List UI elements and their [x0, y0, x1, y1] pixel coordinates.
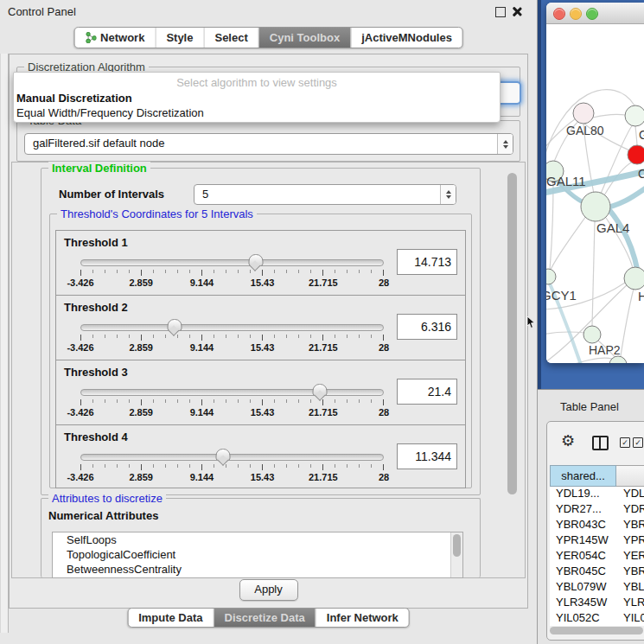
network-canvas[interactable]: GAL80 GA C GAL11 GAL4 GCY1 H HAP2: [546, 24, 644, 363]
interval-definition-group: Interval Definition Number of Intervals …: [41, 168, 481, 495]
zoom-traffic-light-icon[interactable]: [586, 8, 598, 20]
threshold-3-slider[interactable]: -3.426 2.859 9.144 15.43 21.715 28: [80, 386, 384, 420]
list-item-betweennesscentrality[interactable]: BetweennessCentrality: [53, 562, 462, 577]
node-label-hap2: HAP2: [589, 343, 621, 357]
table-row[interactable]: YIL052CYIL0: [550, 611, 644, 626]
tab-network[interactable]: Network: [74, 28, 156, 48]
slider-track[interactable]: [80, 259, 384, 266]
node-gal80[interactable]: [573, 103, 594, 124]
column-header-shared-name[interactable]: shared...: [550, 465, 616, 487]
thresholds-group: Threshold's Coordinates for 5 Intervals …: [49, 214, 472, 488]
node-gal4[interactable]: [581, 192, 610, 221]
number-of-intervals-value: 5: [202, 185, 208, 204]
node-label-gal80: GAL80: [566, 124, 604, 137]
list-item-topologicalcoefficient[interactable]: TopologicalCoefficient: [53, 547, 462, 562]
tab-cyni-toolbox[interactable]: Cyni Toolbox: [259, 28, 351, 48]
mouse-cursor: [526, 316, 536, 329]
number-of-intervals-combobox[interactable]: 5: [194, 184, 456, 205]
control-panel-title: Control Panel: [8, 5, 76, 18]
attributes-group: Attributes to discretize Numerical Attri…: [41, 498, 481, 577]
node-label-gal4: GAL4: [596, 220, 629, 235]
table-row[interactable]: YPR145WYPR1: [550, 533, 644, 549]
tab-jactivemnodules[interactable]: jActiveMNodules: [351, 28, 462, 48]
table-row[interactable]: YBR045CYBR0: [550, 564, 644, 580]
slider-tick-labels: -3.426 2.859 9.144 15.43 21.715 28: [80, 342, 384, 353]
threshold-1-value-field[interactable]: 14.713: [397, 249, 457, 275]
slider-thumb[interactable]: [167, 319, 182, 331]
table-row[interactable]: YDR27...YDR2: [550, 502, 644, 518]
combo-stepper-icon[interactable]: [497, 134, 513, 154]
slider-tick-labels: -3.426 2.859 9.144 15.43 21.715 28: [80, 277, 384, 288]
algorithm-option-manual[interactable]: Manual Discretization: [14, 89, 500, 105]
threshold-panel-2: Threshold 2 -3.426 2.859 9.144: [56, 296, 465, 360]
threshold-2-value-field[interactable]: 6.316: [397, 314, 457, 340]
control-panel-window: Control Panel Network Style Select Cyni: [0, 0, 538, 644]
threshold-1-label: Threshold 1: [64, 236, 128, 249]
horizontal-scrollbar[interactable]: [550, 627, 643, 634]
checked-checkbox-icon[interactable]: ✓: [633, 437, 643, 448]
cyni-bottom-tabs: Impute Data Discretize Data Infer Networ…: [127, 608, 410, 628]
threshold-1-slider[interactable]: -3.426 2.859 9.144 15.43 21.715 28: [80, 256, 384, 290]
node-hap2[interactable]: [583, 326, 601, 343]
gear-icon[interactable]: ⚙: [561, 433, 575, 449]
close-traffic-light-icon[interactable]: [553, 8, 565, 20]
slider-ticks: [80, 399, 384, 405]
table-body: YDL19...YDL1 YDR27...YDR2 YBR043CYBR0 YP…: [550, 487, 644, 626]
node-top-right[interactable]: [625, 105, 644, 126]
slider-thumb[interactable]: [248, 254, 263, 266]
table-row[interactable]: YLR345WYLR3: [550, 596, 644, 611]
algorithm-dropdown-popup: Select algorithm to view settings Manual…: [13, 72, 501, 123]
thresholds-group-title: Threshold's Coordinates for 5 Intervals: [57, 207, 257, 220]
slider-track[interactable]: [80, 324, 384, 331]
list-scrollbar[interactable]: [450, 532, 462, 577]
cyni-toolbox-panel: Discretization Algorithm Select algorith…: [9, 54, 528, 609]
thresholds-list: Threshold 1 -3.426 2.859 9.144: [55, 230, 466, 488]
threshold-4-slider[interactable]: -3.426 2.859 9.144 15.43 21.715 28: [80, 450, 384, 485]
node-h[interactable]: [624, 267, 644, 290]
numerical-attributes-list: SelfLoops TopologicalCoefficient Between…: [52, 532, 463, 578]
threshold-3-label: Threshold 3: [64, 366, 128, 379]
combo-stepper-icon[interactable]: [440, 185, 456, 204]
slider-track[interactable]: [80, 389, 384, 396]
table-row[interactable]: YER054CYER0: [550, 549, 644, 564]
control-panel-titlebar: Control Panel: [0, 0, 537, 22]
tab-select[interactable]: Select: [204, 28, 258, 48]
column-header-name[interactable]: n: [616, 465, 644, 487]
table-row[interactable]: YBL079WYBL0: [550, 580, 644, 596]
network-graph: GAL80 GA C GAL11 GAL4 GCY1 H HAP2: [546, 24, 644, 363]
float-window-icon[interactable]: [495, 7, 506, 17]
slider-track[interactable]: [80, 454, 384, 461]
node-gcy1[interactable]: [546, 269, 556, 284]
checked-checkbox-icon[interactable]: ✓: [620, 437, 630, 448]
table-data-combobox[interactable]: galFiltered.sif default node: [24, 133, 513, 155]
node-label-gal11: GAL11: [546, 174, 586, 188]
list-item-selfloops[interactable]: SelfLoops: [53, 532, 462, 547]
node-label-gcy1: GCY1: [546, 288, 577, 303]
close-icon[interactable]: [512, 6, 523, 17]
node-bottom-partial[interactable]: [609, 356, 627, 363]
interval-definition-title: Interval Definition: [48, 162, 150, 175]
vertical-scrollbar[interactable]: [507, 173, 517, 494]
table-header-row: shared... n: [550, 465, 644, 487]
tab-infer-network[interactable]: Infer Network: [316, 609, 409, 627]
threshold-4-value-field[interactable]: 11.344: [397, 443, 457, 469]
slider-thumb[interactable]: [313, 384, 328, 396]
apply-button[interactable]: Apply: [239, 579, 298, 601]
threshold-2-slider[interactable]: -3.426 2.859 9.144 15.43 21.715 28: [80, 321, 384, 355]
tab-style[interactable]: Style: [156, 28, 204, 48]
attributes-group-title: Attributes to discretize: [48, 492, 166, 505]
network-window-titlebar: [546, 3, 644, 24]
table-row[interactable]: YBR043CYBR0: [550, 518, 644, 533]
minimize-traffic-light-icon[interactable]: [570, 8, 582, 20]
tab-impute-data[interactable]: Impute Data: [128, 609, 214, 627]
slider-thumb[interactable]: [215, 449, 230, 461]
tab-discretize-data[interactable]: Discretize Data: [214, 609, 316, 627]
table-row[interactable]: YDL19...YDL1: [550, 487, 644, 502]
algorithm-option-equal-width[interactable]: Equal Width/Frequency Discretization: [14, 105, 500, 119]
table-panel-content: ⚙ ✓ ✓ shared... n YDL19...YDL1 YDR27...Y…: [546, 421, 644, 641]
node-red[interactable]: [628, 145, 644, 164]
left-scroll-strip[interactable]: [0, 54, 9, 633]
column-split-icon[interactable]: [592, 436, 609, 450]
slider-tick-labels: -3.426 2.859 9.144 15.43 21.715 28: [80, 407, 384, 418]
threshold-3-value-field[interactable]: 21.4: [397, 379, 457, 405]
